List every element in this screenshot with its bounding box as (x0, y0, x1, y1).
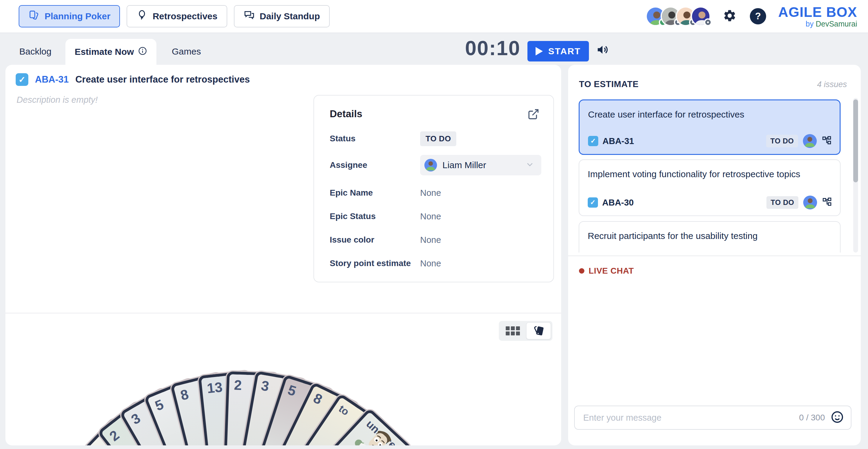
issue-card-key: ABA-30 (602, 198, 634, 207)
assignee-avatar (803, 196, 817, 210)
detail-value: None (420, 235, 441, 245)
status-offline-dot (704, 19, 712, 26)
section-divider (5, 313, 561, 313)
detail-value: None (420, 212, 441, 222)
tab-estimate-now[interactable]: Estimate Now (65, 39, 156, 65)
grid-icon (506, 326, 520, 335)
tab-backlog[interactable]: Backlog (19, 46, 52, 57)
balloon-icon (136, 10, 148, 23)
status-badge: TO DO (767, 196, 798, 209)
details-title: Details (330, 108, 362, 120)
issue-card-key: ABA-31 (602, 136, 634, 146)
issue-description-placeholder: Description is empty! (17, 95, 98, 105)
issue-card-aba-30[interactable]: Implement voting functionality for retro… (579, 159, 841, 216)
detail-value: None (420, 188, 441, 198)
estimate-main-panel: ✓ ABA-31 Create user interface for retro… (5, 65, 561, 445)
detail-row-issue-color: Issue color None (330, 233, 541, 247)
tab-bar: Backlog Estimate Now Games 00:10 START (0, 34, 868, 65)
assignee-name: Liam Miller (442, 160, 486, 170)
issue-card-title: Implement voting functionality for retro… (588, 169, 800, 179)
logo-brand: DevSamurai (815, 20, 857, 28)
grid-view-button[interactable] (500, 322, 525, 339)
nav-retrospectives-button[interactable]: Retrospectives (127, 5, 227, 27)
workflow-tree-icon[interactable] (822, 135, 832, 147)
start-label: START (548, 46, 581, 56)
issues-list: Create user interface for retrospectives… (579, 98, 841, 253)
settings-button[interactable] (723, 9, 737, 24)
app-logo: AGILE BOX by DevSamurai (778, 5, 857, 28)
workflow-tree-icon[interactable] (822, 197, 832, 208)
scrollbar-thumb[interactable] (853, 99, 858, 182)
countdown-timer: 00:10 (465, 36, 521, 60)
char-counter: 0 / 300 (799, 413, 825, 422)
right-sidebar: TO ESTIMATE 4 issues Create user interfa… (568, 65, 861, 445)
planning-poker-icon (28, 10, 40, 23)
assignee-avatar (803, 134, 817, 148)
logo-title: AGILE BOX (778, 5, 857, 19)
tab-games[interactable]: Games (172, 46, 201, 57)
top-bar-right: ? AGILE BOX by DevSamurai (646, 5, 857, 28)
avatar[interactable] (691, 6, 711, 26)
chat-bubbles-icon (244, 10, 255, 23)
start-button[interactable]: START (527, 41, 589, 62)
fan-view-button[interactable] (526, 322, 551, 339)
cards-fan-icon (532, 324, 545, 338)
status-badge: TO DO (420, 131, 456, 146)
open-in-new-icon[interactable] (527, 108, 539, 122)
question-mark-icon: ? (755, 10, 761, 22)
detail-label: Epic Name (330, 188, 420, 198)
detail-value: None (420, 259, 441, 268)
speaker-icon (596, 43, 609, 57)
nav-planning-poker-button[interactable]: Planning Poker (19, 5, 120, 27)
chat-input-container: 0 / 300 (574, 406, 851, 430)
issue-card-title: Recruit participants for the usability t… (588, 231, 758, 241)
live-chat-header: LIVE CHAT (579, 266, 634, 276)
detail-row-status: Status TO DO (330, 132, 541, 146)
live-dot-icon (579, 268, 584, 274)
issue-card-clipped[interactable]: Recruit participants for the usability t… (579, 221, 841, 253)
detail-label: Assignee (330, 160, 420, 170)
nav-daily-standup-button[interactable]: Daily Standup (234, 5, 330, 27)
tab-label: Estimate Now (75, 47, 134, 57)
to-estimate-header: TO ESTIMATE 4 issues (579, 79, 847, 89)
nav-label: Retrospectives (153, 11, 217, 22)
status-badge: TO DO (766, 135, 798, 147)
issue-card-aba-31[interactable]: Create user interface for retrospectives… (579, 99, 841, 155)
detail-row-assignee: Assignee Liam Miller (330, 155, 541, 176)
task-checkbox-icon[interactable]: ✓ (16, 73, 28, 86)
issues-scrollbar (853, 98, 858, 253)
deck-view-toggle (499, 321, 553, 341)
issue-title: Create user interface for retrospectives (75, 74, 250, 85)
nav-label: Planning Poker (44, 11, 110, 22)
detail-label: Story point estimate (330, 259, 420, 268)
info-icon[interactable] (138, 46, 147, 58)
emoji-smiley-icon[interactable] (830, 410, 844, 425)
detail-label: Epic Status (330, 212, 420, 221)
detail-row-epic-status: Epic Status None (330, 210, 541, 223)
gear-icon (723, 9, 737, 24)
sidebar-divider (568, 256, 861, 256)
participant-avatars (646, 6, 711, 26)
play-icon (535, 47, 543, 56)
detail-label: Issue color (330, 235, 420, 245)
logo-by: by (806, 20, 813, 28)
assignee-select[interactable]: Liam Miller (420, 155, 541, 175)
issue-key[interactable]: ABA-31 (35, 74, 69, 85)
issue-card-title: Create user interface for retrospectives (588, 109, 744, 120)
detail-label: Status (330, 134, 420, 143)
detail-row-story-point: Story point estimate None (330, 256, 541, 270)
help-button[interactable]: ? (750, 8, 766, 24)
issues-count: 4 issues (817, 80, 847, 89)
live-chat-title: LIVE CHAT (589, 266, 634, 276)
issue-header: ✓ ABA-31 Create user interface for retro… (16, 73, 250, 86)
sound-toggle-button[interactable] (596, 43, 609, 57)
task-checkbox-icon: ✓ (588, 136, 598, 146)
assignee-avatar (424, 159, 437, 171)
top-bar: Planning Poker Retrospectives Daily Stan… (0, 0, 868, 33)
details-panel: Details Status TO DO Assignee Liam Mille… (313, 95, 554, 282)
detail-row-epic-name: Epic Name None (330, 186, 541, 200)
chat-message-input[interactable] (583, 413, 799, 423)
task-checkbox-icon: ✓ (588, 197, 598, 207)
chevron-down-icon (525, 160, 535, 170)
nav-label: Daily Standup (260, 11, 320, 22)
